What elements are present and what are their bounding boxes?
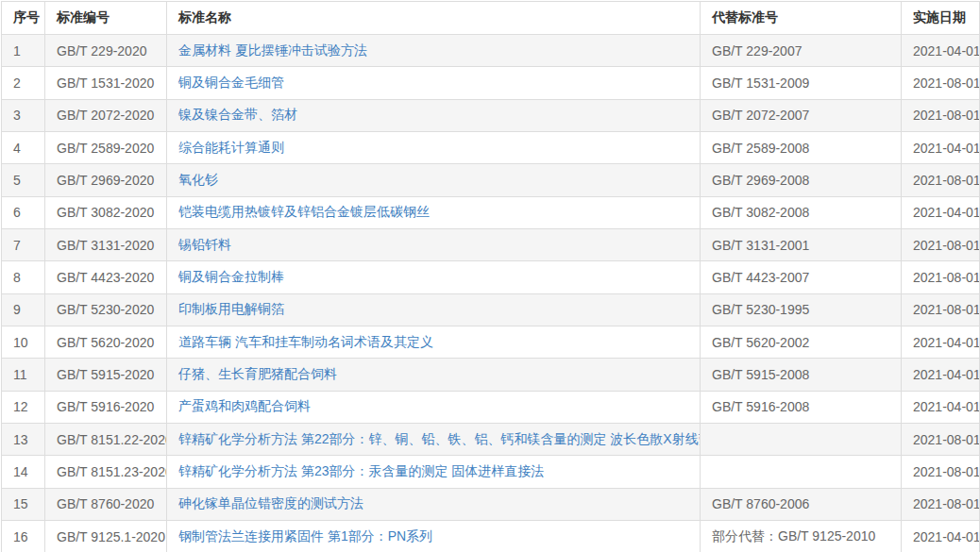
cell-index: 6 xyxy=(2,196,45,228)
table-row: 12GB/T 5916-2020产蛋鸡和肉鸡配合饲料GB/T 5916-2008… xyxy=(2,391,980,423)
cell-name: 仔猪、生长育肥猪配合饲料 xyxy=(167,359,701,391)
cell-date: 2021-04-01 xyxy=(902,35,980,67)
cell-name: 锌精矿化学分析方法 第22部分：锌、铜、铅、铁、铝、钙和镁含量的测定 波长色散X… xyxy=(167,424,701,456)
cell-date: 2021-08-01 xyxy=(902,67,980,99)
standard-name-link[interactable]: 金属材料 夏比摆锤冲击试验方法 xyxy=(178,42,367,58)
table-header: 序号标准编号标准名称代替标准号实施日期 xyxy=(2,2,980,35)
cell-date: 2021-04-01 xyxy=(902,359,980,391)
cell-index: 9 xyxy=(2,293,45,326)
cell-index: 15 xyxy=(2,488,45,520)
cell-code: GB/T 3082-2020 xyxy=(45,196,167,228)
column-header-date: 实施日期 xyxy=(902,2,980,35)
cell-replaces: GB/T 5916-2008 xyxy=(701,391,902,423)
standard-name-link[interactable]: 道路车辆 汽车和挂车制动名词术语及其定义 xyxy=(178,334,433,349)
cell-date: 2021-08-01 xyxy=(902,456,980,488)
cell-date: 2021-04-01 xyxy=(902,391,980,423)
column-header-code: 标准编号 xyxy=(45,2,167,35)
standard-name-link[interactable]: 砷化镓单晶位错密度的测试方法 xyxy=(178,495,363,510)
cell-name: 砷化镓单晶位错密度的测试方法 xyxy=(167,488,701,520)
column-header-name: 标准名称 xyxy=(167,2,701,35)
cell-replaces: GB/T 1531-2009 xyxy=(701,67,902,99)
standard-name-link[interactable]: 综合能耗计算通则 xyxy=(178,140,284,155)
cell-name: 铜及铜合金毛细管 xyxy=(167,67,701,99)
cell-index: 11 xyxy=(2,359,45,391)
cell-code: GB/T 9125.1-2020 xyxy=(45,521,167,552)
standard-name-link[interactable]: 仔猪、生长育肥猪配合饲料 xyxy=(178,366,337,381)
standards-table-container: 序号标准编号标准名称代替标准号实施日期 1GB/T 229-2020金属材料 夏… xyxy=(1,1,979,552)
cell-index: 12 xyxy=(2,391,45,423)
cell-name: 产蛋鸡和肉鸡配合饲料 xyxy=(167,391,701,423)
standards-table: 序号标准编号标准名称代替标准号实施日期 1GB/T 229-2020金属材料 夏… xyxy=(1,1,980,552)
cell-date: 2021-08-01 xyxy=(902,229,980,261)
table-row: 3GB/T 2072-2020镍及镍合金带、箔材GB/T 2072-200720… xyxy=(2,99,980,131)
cell-name: 综合能耗计算通则 xyxy=(167,132,701,164)
cell-replaces: GB/T 2589-2008 xyxy=(701,132,902,164)
cell-name: 钢制管法兰连接用紧固件 第1部分：PN系列 xyxy=(167,521,701,552)
cell-date: 2021-08-01 xyxy=(902,424,980,456)
cell-replaces xyxy=(701,456,902,488)
table-body: 1GB/T 229-2020金属材料 夏比摆锤冲击试验方法GB/T 229-20… xyxy=(2,35,980,552)
table-row: 7GB/T 3131-2020锡铅钎料GB/T 3131-20012021-08… xyxy=(2,229,980,261)
standard-name-link[interactable]: 钢制管法兰连接用紧固件 第1部分：PN系列 xyxy=(178,528,432,544)
standard-name-link[interactable]: 铠装电缆用热镀锌及锌铝合金镀层低碳钢丝 xyxy=(178,204,430,219)
cell-code: GB/T 2969-2020 xyxy=(45,164,167,196)
cell-code: GB/T 1531-2020 xyxy=(45,67,167,99)
cell-name: 锌精矿化学分析方法 第23部分：汞含量的测定 固体进样直接法 xyxy=(167,456,701,488)
standard-name-link[interactable]: 锡铅钎料 xyxy=(178,237,231,252)
table-row: 14GB/T 8151.23-2020锌精矿化学分析方法 第23部分：汞含量的测… xyxy=(2,456,980,488)
cell-name: 金属材料 夏比摆锤冲击试验方法 xyxy=(167,35,701,67)
cell-code: GB/T 8760-2020 xyxy=(45,488,167,520)
cell-index: 5 xyxy=(2,164,45,196)
table-row: 10GB/T 5620-2020道路车辆 汽车和挂车制动名词术语及其定义GB/T… xyxy=(2,326,980,359)
cell-code: GB/T 5620-2020 xyxy=(45,326,167,359)
cell-index: 16 xyxy=(2,521,45,552)
cell-name: 镍及镍合金带、箔材 xyxy=(167,99,701,131)
standard-name-link[interactable]: 铜及铜合金拉制棒 xyxy=(178,269,284,284)
cell-code: GB/T 4423-2020 xyxy=(45,261,167,293)
cell-index: 13 xyxy=(2,424,45,456)
cell-name: 道路车辆 汽车和挂车制动名词术语及其定义 xyxy=(167,326,701,359)
cell-index: 1 xyxy=(2,35,45,67)
cell-replaces: GB/T 2072-2007 xyxy=(701,99,902,131)
standard-name-link[interactable]: 锌精矿化学分析方法 第22部分：锌、铜、铅、铁、铝、钙和镁含量的测定 波长色散X… xyxy=(178,431,701,446)
table-row: 16GB/T 9125.1-2020钢制管法兰连接用紧固件 第1部分：PN系列部… xyxy=(2,521,980,552)
cell-code: GB/T 2072-2020 xyxy=(45,99,167,131)
table-row: 15GB/T 8760-2020砷化镓单晶位错密度的测试方法GB/T 8760-… xyxy=(2,488,980,520)
cell-code: GB/T 2589-2020 xyxy=(45,132,167,164)
cell-code: GB/T 229-2020 xyxy=(45,35,167,67)
standard-name-link[interactable]: 锌精矿化学分析方法 第23部分：汞含量的测定 固体进样直接法 xyxy=(178,463,544,478)
standard-name-link[interactable]: 氧化钐 xyxy=(178,172,218,187)
cell-name: 铠装电缆用热镀锌及锌铝合金镀层低碳钢丝 xyxy=(167,196,701,228)
cell-code: GB/T 8151.22-2020 xyxy=(45,424,167,456)
cell-replaces: GB/T 3131-2001 xyxy=(701,229,902,261)
cell-replaces: GB/T 3082-2008 xyxy=(701,196,902,228)
cell-code: GB/T 3131-2020 xyxy=(45,229,167,261)
cell-code: GB/T 8151.23-2020 xyxy=(45,456,167,488)
cell-replaces: GB/T 5915-2008 xyxy=(701,359,902,391)
cell-date: 2021-08-01 xyxy=(902,261,980,293)
standard-name-link[interactable]: 镍及镍合金带、箔材 xyxy=(178,107,297,122)
cell-index: 3 xyxy=(2,99,45,131)
cell-name: 铜及铜合金拉制棒 xyxy=(167,261,701,293)
table-row: 6GB/T 3082-2020铠装电缆用热镀锌及锌铝合金镀层低碳钢丝GB/T 3… xyxy=(2,196,980,228)
cell-name: 氧化钐 xyxy=(167,164,701,196)
cell-replaces: GB/T 229-2007 xyxy=(701,35,902,67)
cell-replaces: GB/T 5230-1995 xyxy=(701,293,902,326)
cell-replaces: 部分代替：GB/T 9125-2010 xyxy=(701,521,902,552)
cell-name: 锡铅钎料 xyxy=(167,229,701,261)
table-header-row: 序号标准编号标准名称代替标准号实施日期 xyxy=(2,2,980,35)
table-row: 11GB/T 5915-2020仔猪、生长育肥猪配合饲料GB/T 5915-20… xyxy=(2,359,980,391)
cell-date: 2021-08-01 xyxy=(902,488,980,520)
standard-name-link[interactable]: 产蛋鸡和肉鸡配合饲料 xyxy=(178,398,311,413)
standard-name-link[interactable]: 印制板用电解铜箔 xyxy=(178,301,284,316)
table-row: 4GB/T 2589-2020综合能耗计算通则GB/T 2589-2008202… xyxy=(2,132,980,164)
table-row: 5GB/T 2969-2020氧化钐GB/T 2969-20082021-08-… xyxy=(2,164,980,196)
cell-index: 2 xyxy=(2,67,45,99)
standard-name-link[interactable]: 铜及铜合金毛细管 xyxy=(178,75,284,90)
cell-date: 2021-08-01 xyxy=(902,164,980,196)
cell-date: 2021-04-01 xyxy=(902,132,980,164)
cell-code: GB/T 5230-2020 xyxy=(45,293,167,326)
cell-date: 2021-04-01 xyxy=(902,196,980,228)
cell-replaces xyxy=(701,424,902,456)
cell-date: 2021-04-01 xyxy=(902,521,980,552)
